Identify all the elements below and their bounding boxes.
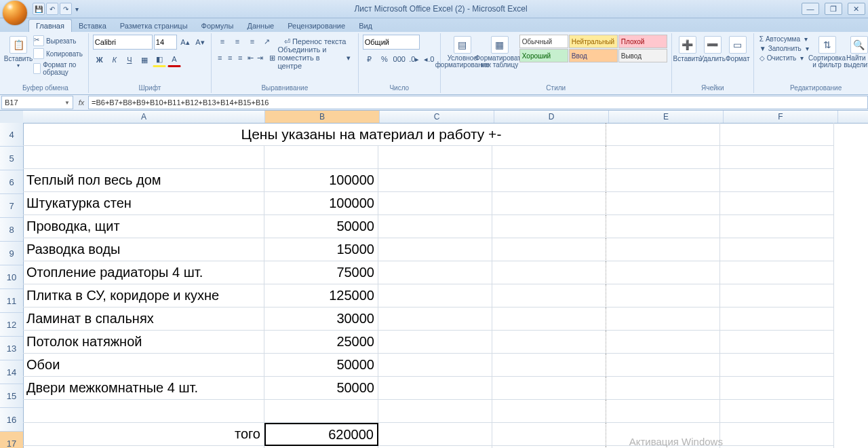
cell-F5[interactable]	[720, 146, 834, 169]
font-name-select[interactable]	[93, 35, 153, 50]
cell-C17[interactable]	[378, 423, 492, 446]
undo-icon[interactable]: ↶	[46, 3, 58, 15]
tab-Разметка страницы[interactable]: Разметка страницы	[113, 20, 195, 32]
cell-B8[interactable]: 50000	[264, 215, 378, 238]
number-format-select[interactable]	[363, 35, 420, 50]
column-header-C[interactable]: C	[380, 111, 494, 123]
row-header-6[interactable]: 6	[0, 170, 23, 194]
cell-F7[interactable]	[720, 192, 834, 215]
row-header-5[interactable]: 5	[0, 147, 23, 170]
cell-D7[interactable]	[492, 192, 606, 215]
cell-A9[interactable]: Разводка воды	[23, 238, 264, 261]
align-center-icon[interactable]: ≡	[226, 51, 235, 64]
cell-C8[interactable]	[378, 215, 492, 238]
cell-C9[interactable]	[378, 238, 492, 261]
fx-icon[interactable]: fx	[75, 98, 88, 107]
cell-A12[interactable]: Ламинат в спальнях	[23, 307, 264, 331]
row-header-12[interactable]: 12	[0, 313, 23, 337]
percent-icon[interactable]: %	[378, 52, 391, 66]
row-header-13[interactable]: 13	[0, 337, 23, 360]
cell-A11[interactable]: Плитка в СУ, коридоре и кухне	[23, 284, 264, 307]
format-as-table-button[interactable]: ▦Форматировать как таблицу	[482, 35, 517, 78]
cell-D9[interactable]	[492, 238, 606, 261]
cell-B11[interactable]: 125000	[264, 284, 378, 307]
cell-A5[interactable]	[23, 146, 264, 169]
cell-F15[interactable]	[720, 377, 834, 400]
cell-C5[interactable]	[378, 146, 492, 169]
cell-C10[interactable]	[378, 261, 492, 284]
font-size-select[interactable]	[154, 35, 177, 50]
row-header-11[interactable]: 11	[0, 289, 23, 313]
style-input[interactable]: Ввод	[569, 49, 618, 62]
bold-button[interactable]: Ж	[93, 53, 106, 67]
align-top-icon[interactable]: ≡	[216, 35, 229, 48]
sort-filter-button[interactable]: ⇅Сортировка и фильтр	[812, 35, 842, 78]
save-icon[interactable]: 💾	[33, 3, 45, 15]
column-header-A[interactable]: A	[23, 111, 265, 123]
cell-D13[interactable]	[492, 331, 606, 354]
align-bot-icon[interactable]: ≡	[245, 35, 259, 48]
cell-C12[interactable]	[378, 307, 492, 331]
cell-D11[interactable]	[492, 284, 606, 307]
cell-F11[interactable]	[720, 284, 834, 307]
cell-B17[interactable]: 620000	[264, 423, 378, 446]
qat-dropdown-icon[interactable]: ▾	[73, 3, 80, 14]
row-header-10[interactable]: 10	[0, 265, 23, 289]
cell-B7[interactable]: 100000	[264, 192, 378, 215]
style-bad[interactable]: Плохой	[618, 35, 667, 48]
cell-B14[interactable]: 50000	[264, 354, 378, 377]
cell-C11[interactable]	[378, 284, 492, 307]
cell-D17[interactable]	[492, 423, 606, 446]
decrease-font-icon[interactable]: A▾	[193, 35, 207, 49]
comma-icon[interactable]: 000	[393, 52, 406, 66]
merge-center-button[interactable]: ⊞ Объединить и поместить в центре ▾	[266, 51, 353, 64]
cell-F13[interactable]	[720, 331, 834, 354]
cell-A13[interactable]: Потолок натяжной	[23, 331, 264, 354]
cell-F4[interactable]	[720, 123, 834, 146]
cell-E10[interactable]	[606, 261, 720, 284]
tab-Рецензирование[interactable]: Рецензирование	[281, 20, 352, 32]
cell-E11[interactable]	[606, 284, 720, 307]
close-button[interactable]: ✕	[848, 3, 865, 15]
delete-cells-button[interactable]: ➖Удалить	[701, 35, 724, 78]
cell-B5[interactable]	[264, 146, 378, 169]
tab-Данные[interactable]: Данные	[240, 20, 281, 32]
cell-B9[interactable]: 15000	[264, 238, 378, 261]
minimize-button[interactable]: —	[802, 3, 819, 15]
office-orb[interactable]	[3, 1, 27, 25]
inc-decimal-icon[interactable]: .0▸	[408, 52, 421, 66]
format-cells-button[interactable]: ▭Формат	[726, 35, 749, 78]
cell-C14[interactable]	[378, 354, 492, 377]
cell-A8[interactable]: Проводка, щит	[23, 215, 264, 238]
cell-A16[interactable]	[23, 400, 264, 423]
align-mid-icon[interactable]: ≡	[231, 35, 244, 48]
cell-E9[interactable]	[606, 238, 720, 261]
row-header-7[interactable]: 7	[0, 194, 23, 218]
cell-E7[interactable]	[606, 192, 720, 215]
cell-E17[interactable]	[606, 423, 720, 446]
indent-dec-icon[interactable]: ⇤	[246, 51, 255, 64]
cell-B15[interactable]: 50000	[264, 377, 378, 400]
cell-E5[interactable]	[606, 146, 720, 169]
select-all-corner[interactable]	[0, 111, 24, 124]
cell-D14[interactable]	[492, 354, 606, 377]
cell-E16[interactable]	[606, 400, 720, 423]
orientation-icon[interactable]: ↗	[260, 35, 274, 48]
cell-C6[interactable]	[378, 169, 492, 192]
cell-C15[interactable]	[378, 377, 492, 400]
row-header-14[interactable]: 14	[0, 360, 23, 384]
name-box[interactable]: B17▼	[1, 96, 73, 109]
tab-Вставка[interactable]: Вставка	[72, 20, 113, 32]
cell-F12[interactable]	[720, 307, 834, 331]
format-painter-button[interactable]: Формат по образцу	[32, 60, 84, 77]
currency-icon[interactable]: ₽	[363, 52, 376, 66]
cell-F10[interactable]	[720, 261, 834, 284]
column-header-E[interactable]: E	[609, 111, 724, 123]
cut-button[interactable]: ✂Вырезать	[32, 35, 84, 47]
cell-B10[interactable]: 75000	[264, 261, 378, 284]
cell-D8[interactable]	[492, 215, 606, 238]
row-header-16[interactable]: 16	[0, 408, 23, 432]
clear-button[interactable]: ◇Очистить ▾	[758, 54, 810, 62]
indent-inc-icon[interactable]: ⇥	[256, 51, 264, 64]
dec-decimal-icon[interactable]: ◂.0	[422, 52, 436, 66]
